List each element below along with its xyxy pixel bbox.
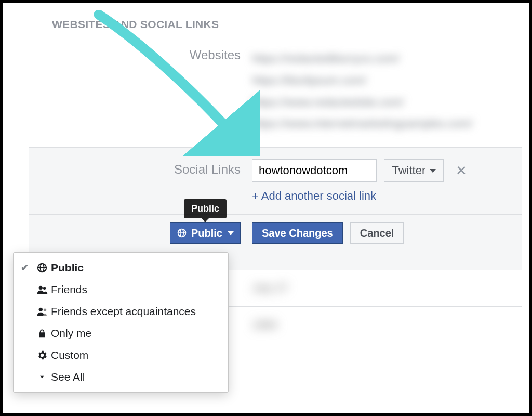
privacy-menu: ✔ Public Friends Friends except acquaint… bbox=[13, 252, 229, 393]
svg-point-3 bbox=[44, 309, 47, 312]
privacy-option-label: Custom bbox=[51, 349, 88, 361]
globe-icon bbox=[33, 262, 51, 274]
section-header: WEBSITES AND SOCIAL LINKS bbox=[29, 3, 522, 38]
gear-icon bbox=[33, 349, 51, 361]
social-platform-dropdown[interactable]: Twitter bbox=[384, 159, 444, 182]
friends-except-icon bbox=[33, 306, 51, 317]
globe-icon bbox=[177, 228, 187, 238]
caret-down-icon bbox=[228, 231, 234, 235]
check-icon: ✔ bbox=[21, 262, 33, 274]
privacy-option-custom[interactable]: Custom bbox=[14, 344, 228, 366]
cancel-button[interactable]: Cancel bbox=[350, 222, 404, 244]
social-edit-row: Social Links Twitter ✕ + Add another soc… bbox=[29, 159, 522, 215]
websites-row: Websites https://redactedblurryco.com/ h… bbox=[29, 38, 522, 148]
social-edit-content: Twitter ✕ + Add another social link bbox=[252, 159, 522, 203]
privacy-option-label: See All bbox=[51, 371, 85, 383]
app-frame: WEBSITES AND SOCIAL LINKS Websites https… bbox=[0, 0, 532, 416]
svg-point-2 bbox=[39, 308, 43, 311]
privacy-option-friends-except[interactable]: Friends except acquaintances bbox=[14, 301, 228, 322]
social-links-panel: Social Links Twitter ✕ + Add another soc… bbox=[29, 148, 522, 270]
social-links-label: Social Links bbox=[29, 159, 252, 203]
friends-icon bbox=[33, 284, 51, 295]
caret-down-icon bbox=[430, 169, 436, 173]
add-social-link-button[interactable]: + Add another social link bbox=[252, 189, 522, 203]
buttons-cell: Save Changes Cancel bbox=[252, 222, 522, 244]
privacy-option-public[interactable]: ✔ Public bbox=[14, 257, 228, 279]
privacy-option-only-me[interactable]: Only me bbox=[14, 322, 228, 344]
remove-social-link-button[interactable]: ✕ bbox=[456, 163, 467, 179]
lock-icon bbox=[33, 328, 51, 339]
caret-down-icon bbox=[33, 373, 51, 381]
privacy-option-label: Only me bbox=[51, 327, 91, 340]
privacy-option-label: Friends except acquaintances bbox=[51, 305, 196, 318]
privacy-selector-button[interactable]: Public Public bbox=[170, 222, 241, 244]
actions-row: Public Public Save Changes Cancel bbox=[29, 215, 522, 256]
privacy-button-label: Public bbox=[191, 227, 222, 239]
redacted-text: https://redactedblurryco.com/ https://bl… bbox=[252, 48, 522, 135]
social-username-input[interactable] bbox=[252, 159, 377, 182]
svg-point-0 bbox=[39, 286, 43, 290]
privacy-option-label: Public bbox=[51, 262, 84, 274]
websites-values: https://redactedblurryco.com/ https://bl… bbox=[252, 38, 522, 147]
websites-label: Websites bbox=[29, 38, 252, 147]
svg-point-1 bbox=[43, 287, 46, 290]
social-platform-label: Twitter bbox=[392, 164, 425, 177]
save-button[interactable]: Save Changes bbox=[252, 222, 343, 244]
privacy-option-label: Friends bbox=[51, 283, 87, 296]
privacy-tooltip: Public bbox=[184, 199, 227, 218]
privacy-option-friends[interactable]: Friends bbox=[14, 279, 228, 301]
privacy-option-see-all[interactable]: See All bbox=[14, 366, 228, 388]
privacy-cell: Public Public bbox=[29, 222, 252, 244]
